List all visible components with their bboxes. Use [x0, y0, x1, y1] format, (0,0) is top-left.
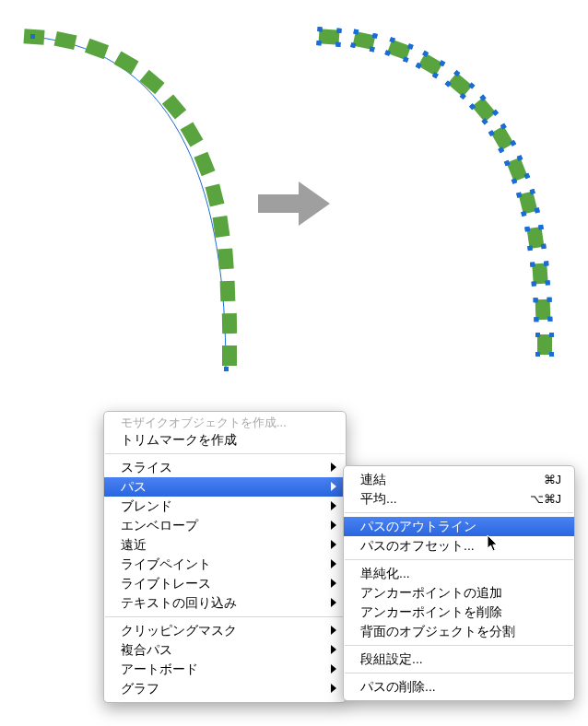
menu-item-graph[interactable]: グラフ [104, 679, 346, 698]
menu-item-divide-below[interactable]: 背面のオブジェクトを分割 [344, 622, 574, 641]
menu-item-label: 平均... [360, 491, 397, 506]
menu-item-label: 単純化... [360, 566, 410, 580]
menu-item-simplify[interactable]: 単純化... [344, 564, 574, 583]
menu-item-label: テキストの回り込み [121, 595, 237, 610]
menu-separator [345, 645, 573, 646]
menu-item-blend[interactable]: ブレンド [104, 497, 346, 516]
submenu-arrow-icon [331, 521, 336, 530]
menu-item-add-anchor[interactable]: アンカーポイントの追加 [344, 583, 574, 603]
menu-item-label: グラフ [121, 681, 159, 696]
submenu-arrow-icon [331, 463, 336, 472]
menu-item-live-trace[interactable]: ライブトレース [104, 574, 346, 593]
submenu-arrow-icon [331, 540, 336, 549]
menu-item-label: 段組設定... [360, 651, 423, 666]
menu-item-label: スライス [121, 460, 172, 474]
menu-item-label: ライブトレース [121, 576, 211, 591]
menu-item-live-paint[interactable]: ライブペイント [104, 555, 346, 574]
menu-item-create-trim-marks[interactable]: トリムマークを作成 [104, 430, 346, 450]
menu-item-label: 連結 [360, 472, 386, 486]
submenu-arrow-icon [331, 482, 336, 491]
illustration-area [0, 0, 588, 396]
submenu-arrow-icon [331, 626, 336, 635]
menu-item-label: アンカーポイントの追加 [360, 585, 502, 600]
menu-item-join[interactable]: 連結 ⌘J [344, 470, 574, 489]
menu-item-remove-anchor[interactable]: アンカーポイントを削除 [344, 603, 574, 622]
menu-item-label: ライブペイント [121, 556, 211, 571]
menu-item-text-wrap[interactable]: テキストの回り込み [104, 593, 346, 613]
menu-separator [105, 616, 345, 617]
menu-item-rows-columns[interactable]: 段組設定... [344, 650, 574, 669]
menu-separator [345, 673, 573, 673]
menu-item-clipping-mask[interactable]: クリッピングマスク [104, 621, 346, 640]
menu-item-label: パスのオフセット... [360, 538, 475, 553]
menu-item-shortcut: ⌥⌘J [530, 489, 562, 509]
menu-item-compound-path[interactable]: 複合パス [104, 640, 346, 660]
menu-item-label: エンベロープ [121, 518, 198, 533]
menu-item-label: アンカーポイントを削除 [360, 604, 502, 619]
menu-item-label: アートボード [121, 662, 198, 676]
arrow-icon [258, 178, 334, 232]
submenu-arrow-icon [331, 501, 336, 510]
menu-item-label: クリッピングマスク [121, 623, 237, 638]
menu-item-path[interactable]: パス [104, 477, 346, 497]
menu-item-label: パスのアウトライン [360, 519, 476, 533]
menu-item-clipped[interactable]: モザイクオブジェクトを作成... [104, 416, 346, 430]
menu-item-perspective[interactable]: 遠近 [104, 535, 346, 555]
menu-item-shortcut: ⌘J [544, 470, 562, 489]
menu-item-artboards[interactable]: アートボード [104, 660, 346, 679]
menu-item-average[interactable]: 平均... ⌥⌘J [344, 489, 574, 509]
submenu-arrow-icon [331, 598, 336, 607]
menu-item-envelope[interactable]: エンベロープ [104, 516, 346, 535]
menu-item-label: トリムマークを作成 [121, 432, 237, 447]
menu-separator [105, 453, 345, 454]
menu-item-outline-stroke[interactable]: パスのアウトライン [344, 517, 574, 536]
context-menu-main[interactable]: モザイクオブジェクトを作成... トリムマークを作成 スライス パス ブレンド … [103, 411, 347, 703]
menu-separator [345, 512, 573, 513]
menu-separator [345, 559, 573, 560]
menu-item-label: パス [121, 479, 147, 494]
menu-item-cleanup[interactable]: パスの削除... [344, 677, 574, 697]
submenu-arrow-icon [331, 579, 336, 588]
submenu-arrow-icon [331, 664, 336, 673]
menu-item-label: 複合パス [121, 642, 172, 657]
menu-item-label: 背面のオブジェクトを分割 [360, 624, 515, 638]
submenu-arrow-icon [331, 684, 336, 693]
context-menu-path[interactable]: 連結 ⌘J 平均... ⌥⌘J パスのアウトライン パスのオフセット... 単純… [343, 465, 575, 701]
menu-item-label: パスの削除... [360, 679, 436, 694]
submenu-arrow-icon [331, 559, 336, 568]
menu-item-label: 遠近 [121, 537, 147, 552]
menu-item-label: ブレンド [121, 498, 172, 513]
menu-item-slice[interactable]: スライス [104, 458, 346, 477]
menu-item-offset-path[interactable]: パスのオフセット... [344, 536, 574, 556]
submenu-arrow-icon [331, 645, 336, 654]
